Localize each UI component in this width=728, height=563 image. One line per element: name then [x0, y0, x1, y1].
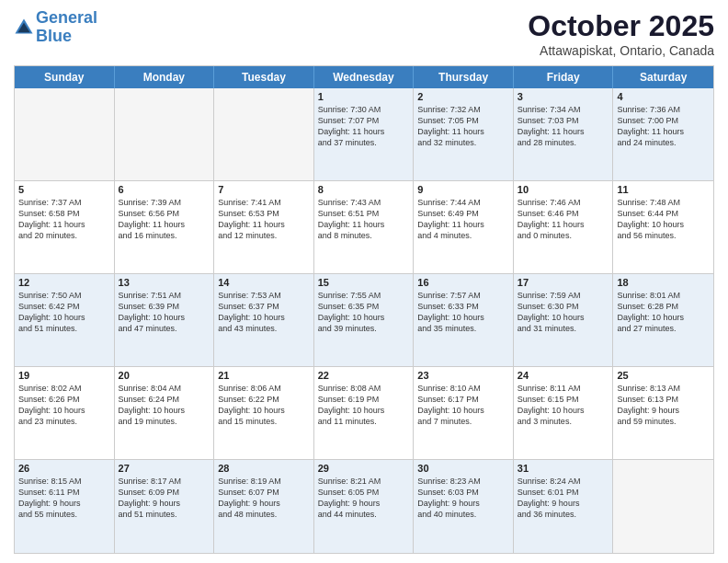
title-block: October 2025 Attawapiskat, Ontario, Cana…	[528, 9, 714, 58]
day-info: Sunrise: 7:32 AM Sunset: 7:05 PM Dayligh…	[417, 104, 509, 149]
day-number: 22	[318, 370, 410, 381]
day-number: 9	[417, 184, 509, 195]
day-cell: 12Sunrise: 7:50 AM Sunset: 6:42 PM Dayli…	[15, 274, 115, 366]
day-cell: 25Sunrise: 8:13 AM Sunset: 6:13 PM Dayli…	[613, 367, 713, 459]
day-number: 8	[318, 184, 410, 195]
day-cell: 1Sunrise: 7:30 AM Sunset: 7:07 PM Daylig…	[314, 88, 415, 180]
calendar-body: 1Sunrise: 7:30 AM Sunset: 7:07 PM Daylig…	[15, 88, 713, 553]
day-info: Sunrise: 7:46 AM Sunset: 6:46 PM Dayligh…	[518, 197, 609, 242]
day-number: 21	[218, 370, 310, 381]
day-cell: 6Sunrise: 7:39 AM Sunset: 6:56 PM Daylig…	[115, 181, 215, 273]
day-cell: 30Sunrise: 8:23 AM Sunset: 6:03 PM Dayli…	[414, 460, 514, 553]
day-number: 16	[417, 277, 509, 288]
day-cell: 2Sunrise: 7:32 AM Sunset: 7:05 PM Daylig…	[414, 88, 514, 180]
day-info: Sunrise: 8:06 AM Sunset: 6:22 PM Dayligh…	[218, 383, 310, 428]
day-info: Sunrise: 7:43 AM Sunset: 6:51 PM Dayligh…	[318, 197, 410, 242]
day-info: Sunrise: 7:41 AM Sunset: 6:53 PM Dayligh…	[218, 197, 310, 242]
day-number: 31	[518, 463, 609, 474]
day-cell: 19Sunrise: 8:02 AM Sunset: 6:26 PM Dayli…	[15, 367, 115, 459]
day-header-saturday: Saturday	[613, 66, 713, 88]
day-number: 30	[417, 463, 509, 474]
logo-line1: General	[36, 8, 97, 27]
day-info: Sunrise: 8:04 AM Sunset: 6:24 PM Dayligh…	[119, 383, 210, 428]
day-info: Sunrise: 8:11 AM Sunset: 6:15 PM Dayligh…	[518, 383, 609, 428]
day-number: 23	[417, 370, 509, 381]
day-info: Sunrise: 7:44 AM Sunset: 6:49 PM Dayligh…	[417, 197, 509, 242]
day-info: Sunrise: 7:55 AM Sunset: 6:35 PM Dayligh…	[318, 290, 410, 335]
day-number: 17	[518, 277, 609, 288]
logo-line2: Blue	[36, 27, 72, 45]
day-info: Sunrise: 8:02 AM Sunset: 6:26 PM Dayligh…	[18, 383, 110, 428]
day-info: Sunrise: 8:01 AM Sunset: 6:28 PM Dayligh…	[617, 290, 710, 335]
day-number: 10	[518, 184, 609, 195]
day-info: Sunrise: 7:51 AM Sunset: 6:39 PM Dayligh…	[119, 290, 210, 335]
day-cell: 9Sunrise: 7:44 AM Sunset: 6:49 PM Daylig…	[414, 181, 514, 273]
day-cell: 3Sunrise: 7:34 AM Sunset: 7:03 PM Daylig…	[514, 88, 614, 180]
month-title: October 2025	[528, 9, 714, 43]
day-info: Sunrise: 8:08 AM Sunset: 6:19 PM Dayligh…	[318, 383, 410, 428]
day-cell: 24Sunrise: 8:11 AM Sunset: 6:15 PM Dayli…	[514, 367, 614, 459]
day-info: Sunrise: 8:13 AM Sunset: 6:13 PM Dayligh…	[617, 383, 710, 428]
day-cell: 27Sunrise: 8:17 AM Sunset: 6:09 PM Dayli…	[115, 460, 215, 553]
day-number: 5	[18, 184, 110, 195]
day-header-wednesday: Wednesday	[314, 66, 415, 88]
day-cell: 16Sunrise: 7:57 AM Sunset: 6:33 PM Dayli…	[414, 274, 514, 366]
day-header-tuesday: Tuesday	[214, 66, 314, 88]
day-number: 13	[119, 277, 210, 288]
day-number: 6	[119, 184, 210, 195]
day-cell: 28Sunrise: 8:19 AM Sunset: 6:07 PM Dayli…	[214, 460, 314, 553]
day-cell: 8Sunrise: 7:43 AM Sunset: 6:51 PM Daylig…	[314, 181, 415, 273]
day-cell: 4Sunrise: 7:36 AM Sunset: 7:00 PM Daylig…	[613, 88, 713, 180]
day-cell: 10Sunrise: 7:46 AM Sunset: 6:46 PM Dayli…	[514, 181, 614, 273]
day-number: 2	[417, 91, 509, 102]
day-cell: 21Sunrise: 8:06 AM Sunset: 6:22 PM Dayli…	[214, 367, 314, 459]
day-number: 1	[318, 91, 410, 102]
day-cell: 14Sunrise: 7:53 AM Sunset: 6:37 PM Dayli…	[214, 274, 314, 366]
day-number: 14	[218, 277, 310, 288]
day-cell: 22Sunrise: 8:08 AM Sunset: 6:19 PM Dayli…	[314, 367, 415, 459]
day-cell: 11Sunrise: 7:48 AM Sunset: 6:44 PM Dayli…	[613, 181, 713, 273]
day-number: 27	[119, 463, 210, 474]
day-cell: 29Sunrise: 8:21 AM Sunset: 6:05 PM Dayli…	[314, 460, 415, 553]
day-number: 24	[518, 370, 609, 381]
day-number: 12	[18, 277, 110, 288]
location-subtitle: Attawapiskat, Ontario, Canada	[528, 43, 714, 58]
day-info: Sunrise: 8:24 AM Sunset: 6:01 PM Dayligh…	[518, 476, 609, 521]
day-cell: 26Sunrise: 8:15 AM Sunset: 6:11 PM Dayli…	[15, 460, 115, 553]
day-cell	[15, 88, 115, 180]
week-row-1: 1Sunrise: 7:30 AM Sunset: 7:07 PM Daylig…	[15, 88, 713, 181]
calendar: SundayMondayTuesdayWednesdayThursdayFrid…	[14, 65, 714, 554]
day-cell: 20Sunrise: 8:04 AM Sunset: 6:24 PM Dayli…	[115, 367, 215, 459]
day-cell: 5Sunrise: 7:37 AM Sunset: 6:58 PM Daylig…	[15, 181, 115, 273]
day-cell	[613, 460, 713, 553]
day-cell: 13Sunrise: 7:51 AM Sunset: 6:39 PM Dayli…	[115, 274, 215, 366]
week-row-4: 19Sunrise: 8:02 AM Sunset: 6:26 PM Dayli…	[15, 367, 713, 460]
day-info: Sunrise: 7:34 AM Sunset: 7:03 PM Dayligh…	[518, 104, 609, 149]
day-cell	[214, 88, 314, 180]
week-row-5: 26Sunrise: 8:15 AM Sunset: 6:11 PM Dayli…	[15, 460, 713, 553]
day-info: Sunrise: 7:37 AM Sunset: 6:58 PM Dayligh…	[18, 197, 110, 242]
day-number: 3	[518, 91, 609, 102]
day-info: Sunrise: 8:17 AM Sunset: 6:09 PM Dayligh…	[119, 476, 210, 521]
day-info: Sunrise: 7:53 AM Sunset: 6:37 PM Dayligh…	[218, 290, 310, 335]
day-number: 4	[617, 91, 710, 102]
day-info: Sunrise: 8:23 AM Sunset: 6:03 PM Dayligh…	[417, 476, 509, 521]
day-cell: 31Sunrise: 8:24 AM Sunset: 6:01 PM Dayli…	[514, 460, 614, 553]
day-info: Sunrise: 7:30 AM Sunset: 7:07 PM Dayligh…	[318, 104, 410, 149]
day-number: 20	[119, 370, 210, 381]
day-headers: SundayMondayTuesdayWednesdayThursdayFrid…	[15, 66, 713, 88]
day-cell: 7Sunrise: 7:41 AM Sunset: 6:53 PM Daylig…	[214, 181, 314, 273]
week-row-3: 12Sunrise: 7:50 AM Sunset: 6:42 PM Dayli…	[15, 274, 713, 367]
day-number: 7	[218, 184, 310, 195]
day-cell: 17Sunrise: 7:59 AM Sunset: 6:30 PM Dayli…	[514, 274, 614, 366]
day-number: 26	[18, 463, 110, 474]
day-info: Sunrise: 7:39 AM Sunset: 6:56 PM Dayligh…	[119, 197, 210, 242]
day-cell: 18Sunrise: 8:01 AM Sunset: 6:28 PM Dayli…	[613, 274, 713, 366]
day-header-monday: Monday	[115, 66, 215, 88]
day-info: Sunrise: 8:15 AM Sunset: 6:11 PM Dayligh…	[18, 476, 110, 521]
day-header-friday: Friday	[514, 66, 614, 88]
logo-icon	[14, 17, 34, 38]
day-number: 18	[617, 277, 710, 288]
day-cell	[115, 88, 215, 180]
day-info: Sunrise: 7:57 AM Sunset: 6:33 PM Dayligh…	[417, 290, 509, 335]
